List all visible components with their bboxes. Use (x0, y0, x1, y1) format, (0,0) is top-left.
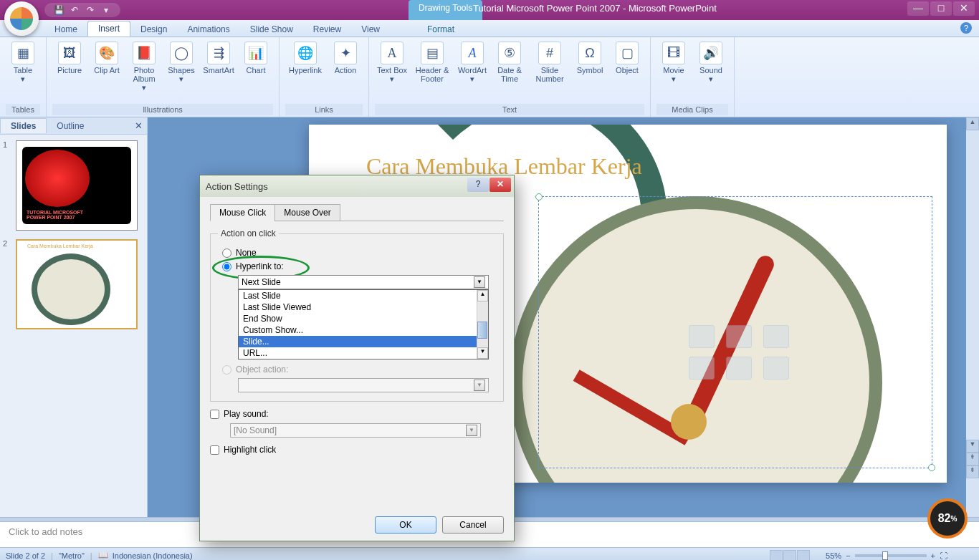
save-icon[interactable]: 💾 (53, 4, 65, 16)
movie-button[interactable]: 🎞Movie▾ (656, 40, 691, 85)
datetime-button[interactable]: ⑤Date & Time (492, 40, 527, 85)
shapes-button[interactable]: ◯Shapes▾ (164, 40, 199, 85)
vertical-scrollbar[interactable]: ▲ ▼ ⇞ ⇟ (966, 117, 979, 517)
radio-object-action (222, 365, 231, 375)
qat-customize-icon[interactable]: ▾ (100, 4, 112, 16)
dialog-titlebar[interactable]: Action Settings ? ✕ (200, 175, 514, 197)
sound-button[interactable]: 🔊Sound▾ (694, 40, 728, 85)
sound-icon: 🔊 (699, 42, 722, 64)
insert-picture-icon[interactable] (689, 357, 715, 380)
dd-slide[interactable]: Slide... (239, 336, 488, 347)
wordart-button[interactable]: AWordArt▾ (455, 40, 490, 85)
dd-url[interactable]: URL... (239, 347, 488, 359)
picture-button[interactable]: 🖼Picture (52, 40, 87, 76)
dd-last-viewed[interactable]: Last Slide Viewed (239, 301, 488, 313)
header-footer-button[interactable]: ▤Header & Footer (412, 40, 452, 85)
insert-media-icon[interactable] (763, 357, 789, 380)
sorter-view-icon[interactable] (783, 550, 796, 561)
tab-design[interactable]: Design (130, 22, 177, 37)
shapes-icon: ◯ (170, 42, 193, 64)
hyperlink-button[interactable]: 🌐Hyperlink (285, 40, 325, 76)
combo-value: Next Slide (242, 277, 281, 287)
wordart-icon: A (461, 42, 484, 64)
insert-clipart-icon[interactable] (726, 357, 752, 380)
office-button[interactable] (4, 1, 39, 36)
zoom-slider[interactable] (855, 554, 927, 557)
textbox-button[interactable]: AText Box▾ (375, 40, 409, 85)
slidenum-button[interactable]: #Slide Number (530, 40, 570, 85)
chart-button[interactable]: 📊Chart (239, 40, 273, 76)
slides-tab[interactable]: Slides (0, 118, 47, 133)
zoom-in-icon[interactable]: + (931, 551, 935, 560)
dialog-help-icon[interactable]: ? (467, 178, 489, 192)
panel-close-icon[interactable]: ✕ (135, 120, 143, 131)
tab-home[interactable]: Home (44, 22, 87, 37)
smartart-button[interactable]: ⇶SmartArt (201, 40, 236, 76)
symbol-button[interactable]: ΩSymbol (573, 40, 607, 76)
object-button[interactable]: ▢Object (610, 40, 644, 76)
clipart-button[interactable]: 🎨Clip Art (90, 40, 124, 76)
insert-table-icon[interactable] (689, 325, 715, 348)
slideshow-view-icon[interactable] (797, 550, 810, 561)
dd-last-slide[interactable]: Last Slide (239, 290, 488, 301)
status-theme: "Metro" (59, 551, 85, 560)
next-slide-icon[interactable]: ⇟ (966, 465, 979, 478)
movie-icon: 🎞 (662, 42, 685, 64)
spellcheck-icon[interactable]: 📖 (98, 551, 108, 560)
tab-mouse-click[interactable]: Mouse Click (210, 204, 275, 221)
outline-tab[interactable]: Outline (47, 119, 94, 133)
radio-hyperlink[interactable] (222, 262, 231, 271)
chk-play-sound[interactable] (210, 410, 219, 419)
cancel-button[interactable]: Cancel (442, 516, 504, 534)
prev-slide-icon[interactable]: ⇞ (966, 453, 979, 465)
zoom-out-icon[interactable]: − (846, 551, 850, 560)
radio-none[interactable] (222, 248, 231, 258)
tab-format[interactable]: Format (417, 22, 464, 37)
ok-button[interactable]: OK (375, 516, 436, 534)
tab-animations[interactable]: Animations (177, 22, 239, 37)
action-on-click-group: Action on click None Hyperlink to: Next … (210, 228, 504, 402)
photo-album-button[interactable]: 📕Photo Album▾ (127, 40, 161, 93)
zoom-value[interactable]: 55% (826, 551, 841, 560)
slide-thumb-2[interactable]: 2 Cara Membuka Lembar Kerja (6, 239, 141, 329)
group-links-label: Links (285, 104, 363, 115)
dd-end-show[interactable]: End Show (239, 313, 488, 324)
table-button[interactable]: ▦Table▾ (6, 40, 40, 85)
chk-highlight[interactable] (210, 445, 219, 455)
fit-window-icon[interactable]: ⛶ (940, 551, 947, 560)
scroll-down-icon[interactable]: ▼ (966, 440, 979, 453)
content-placeholder[interactable] (689, 325, 792, 380)
maximize-button[interactable]: □ (930, 1, 952, 16)
action-button[interactable]: ✦Action (328, 40, 363, 76)
close-button[interactable]: ✕ (953, 1, 975, 16)
dialog-close-icon[interactable]: ✕ (490, 178, 511, 192)
combo-dropdown-icon[interactable]: ▼ (474, 276, 485, 288)
undo-icon[interactable]: ↶ (69, 4, 80, 16)
minimize-button[interactable]: — (907, 1, 929, 16)
clipart-icon: 🎨 (95, 42, 118, 64)
hyperlink-combo[interactable]: Next Slide ▼ (238, 275, 489, 289)
tab-review[interactable]: Review (303, 22, 351, 37)
redo-icon[interactable]: ↷ (85, 4, 96, 16)
dd-custom-show[interactable]: Custom Show... (239, 324, 488, 336)
insert-chart-icon[interactable] (726, 325, 752, 348)
scroll-up-icon[interactable]: ▲ (966, 117, 979, 130)
dropdown-scrollbar[interactable]: ▲ ▼ (477, 290, 488, 359)
tab-mouse-over[interactable]: Mouse Over (274, 204, 340, 221)
tab-view[interactable]: View (351, 22, 390, 37)
network-badge[interactable]: 82% ↑ 0 B ↓ 0 B (927, 498, 968, 539)
tab-slideshow[interactable]: Slide Show (240, 22, 303, 37)
quick-access-toolbar: 💾 ↶ ↷ ▾ (44, 3, 120, 17)
normal-view-icon[interactable] (770, 550, 783, 561)
header-icon: ▤ (421, 42, 444, 64)
tab-insert[interactable]: Insert (87, 21, 130, 37)
window-title: Tutorial Microsoft Power Point 2007 - Mi… (473, 3, 717, 14)
insert-smartart-icon[interactable] (763, 325, 789, 348)
slide-thumb-1[interactable]: 1 TUTORIAL MICROSOFTPOWER POINT 2007 (6, 140, 141, 231)
help-icon[interactable]: ? (960, 22, 972, 34)
status-language[interactable]: Indonesian (Indonesia) (113, 551, 193, 560)
title-bar: 💾 ↶ ↷ ▾ Drawing Tools Tutorial Microsoft… (0, 0, 979, 20)
dd-scroll-up-icon[interactable]: ▲ (477, 290, 488, 301)
dd-scroll-down-icon[interactable]: ▼ (477, 347, 488, 359)
picture-icon: 🖼 (58, 42, 81, 64)
